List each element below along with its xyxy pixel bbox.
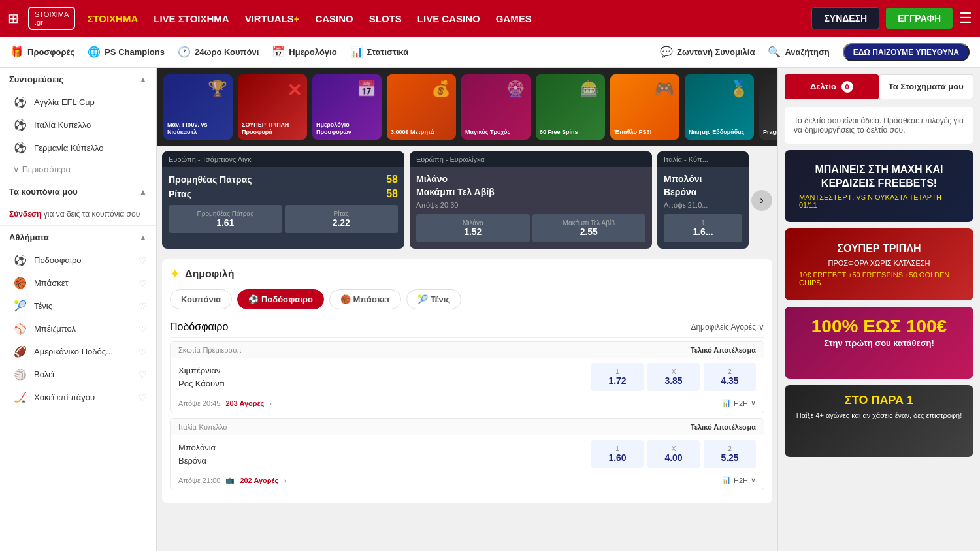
lm2-odd2[interactable]: Μακάμπι Τελ Αβίβ 2.55 — [532, 214, 646, 242]
banner-card-5[interactable]: 🎡 Μαγικός Τροχός — [461, 74, 531, 140]
lm3-league: Ιταλία - Κύπ... — [664, 155, 708, 163]
match1-odd2[interactable]: Χ 3.85 — [647, 363, 700, 391]
nav-ps-champions[interactable]: 🌐 PS Champions — [88, 46, 165, 58]
register-button[interactable]: ΕΓΓΡΑΦΗ — [886, 8, 953, 29]
my-coupons-title: Τα κουπόνια μου — [9, 187, 78, 197]
grid-icon[interactable]: ⊞ — [8, 10, 19, 26]
tab-basketball[interactable]: 🏀 Μπάσκετ — [329, 289, 401, 309]
lm3-odd1-val: 1.6... — [666, 227, 740, 237]
am-football-fav-icon[interactable]: ♡ — [139, 347, 147, 357]
tab-coupons[interactable]: Κουπόνια — [170, 289, 232, 309]
banner-card-2[interactable]: ✕ ΣΟΥΠΕΡ ΤΡΙΠΛΗ Προσφορά — [238, 74, 307, 140]
coupon-login-link[interactable]: Σύνδεση — [9, 210, 41, 219]
match2-odd2-label: Χ — [657, 445, 691, 452]
banner7-title: Έπαθλο PS5! — [614, 129, 676, 136]
shortcuts-more[interactable]: ∨ Περισσότερα — [0, 159, 156, 180]
sport-item-tennis[interactable]: 🎾 Τένις ♡ — [0, 294, 156, 317]
hamburger-icon[interactable]: ☰ — [959, 10, 972, 27]
nav-link-live-stoixima[interactable]: LIVE ΣΤΟΙΧΗΜΑ — [154, 13, 229, 24]
banner-card-4[interactable]: 💰 3.000€ Μετρητά — [387, 74, 456, 140]
tab-football[interactable]: ⚽ Ποδόσφαιρο — [237, 289, 324, 309]
promo-banner-2[interactable]: ΣΟΥΠΕΡ ΤΡΙΠΛΗ ΠΡΟΣΦΟΡΑ ΧΩΡΙΣ ΚΑΤΑΣΕΣΗ 10… — [785, 228, 973, 300]
match2-league: Ιταλία-Κυπελλο — [178, 423, 227, 431]
hockey-fav-icon[interactable]: ♡ — [139, 392, 147, 403]
promo-banner-1[interactable]: ΜΠΑΙΝΕΙΣ ΣΤΗ ΜΑΧΗ ΚΑΙ ΚΕΡΔΙΖΕΙΣ FREEBETS… — [785, 150, 973, 222]
sport-item-volleyball[interactable]: 🏐 Βόλεϊ ♡ — [0, 363, 156, 386]
nav-link-casino[interactable]: CASINO — [315, 13, 353, 24]
nav-offers[interactable]: 🎁 Προσφορές — [10, 46, 74, 58]
banner1-icon: 🏆 — [208, 80, 227, 98]
sport-basketball-label: Μπάσκετ — [34, 278, 69, 288]
banner-card-9[interactable]: 🃏 Pragmatic Buy Bonus — [759, 74, 777, 140]
banner-card-6[interactable]: 🎰 60 Free Spins — [536, 74, 605, 140]
tab-tennis[interactable]: 🎾 Τένις — [406, 289, 461, 309]
betslip-tab-active[interactable]: Δελτίο 0 — [785, 74, 879, 99]
shortcut-item-germany[interactable]: ⚽ Γερμανία Κύπελλο — [0, 136, 156, 159]
match2-odd3[interactable]: 2 5.25 — [704, 440, 756, 468]
login-button[interactable]: ΣΥΝΔΕΣΗ — [811, 7, 879, 29]
nav-calendar[interactable]: 📅 Ημερολόγιο — [272, 46, 336, 58]
nav-statistics[interactable]: 📊 Στατιστικά — [350, 46, 409, 58]
shortcuts-header[interactable]: Συντομεύσεις ▲ — [0, 68, 156, 91]
live-matches-next-button[interactable]: › — [751, 190, 772, 211]
match2-odd1[interactable]: 1 1.60 — [591, 440, 644, 468]
basketball-fav-icon[interactable]: ♡ — [139, 278, 147, 289]
sport-item-baseball[interactable]: ⚾ Μπέιζμπολ ♡ — [0, 317, 156, 340]
nav-link-live-casino[interactable]: LIVE CASINO — [417, 13, 480, 24]
match2-more-markets[interactable]: 202 Αγορές — [240, 477, 278, 484]
shortcut-italy-label: Ιταλία Κυπελλο — [34, 120, 91, 130]
live-chat-label: Ζωντανή Συνομιλία — [677, 47, 755, 57]
sports-header[interactable]: Αθλήματα ▲ — [0, 226, 156, 249]
football-fav-icon[interactable]: ♡ — [139, 255, 147, 266]
offers-icon: 🎁 — [10, 46, 24, 58]
banner-card-3[interactable]: 📅 Ημερολόγιο Προσφορών — [312, 74, 382, 140]
match1-more-markets[interactable]: 203 Αγορές — [225, 400, 264, 407]
match2-odd2-val: 4.00 — [657, 452, 691, 463]
match2-odd2[interactable]: Χ 4.00 — [647, 440, 700, 468]
statistics-icon: 📊 — [350, 46, 363, 58]
banner-card-8[interactable]: 🏅 Νικητής Εβδομάδας — [685, 74, 754, 140]
logo-line2: .gr — [35, 18, 69, 26]
match2-more-arrow: › — [284, 477, 286, 484]
tennis-fav-icon[interactable]: ♡ — [139, 301, 147, 311]
lm1-odd1[interactable]: Προμηθέας Πάτρας 1.61 — [169, 205, 282, 233]
nav-link-slots[interactable]: SLOTS — [369, 13, 402, 24]
my-coupons-header[interactable]: Τα κουπόνια μου ▲ — [0, 180, 156, 203]
lm2-body: Μιλάνο Μακάμπι Τελ Αβίβ Απόψε 20:30 Μιλά… — [410, 167, 652, 249]
nav-link-stoixima[interactable]: ΣΤΟΙΧΗΜΑ — [87, 13, 138, 24]
promo-banner-3[interactable]: 100% ΕΩΣ 100€ Στην πρώτη σου κατάθεση! — [785, 307, 973, 379]
lm2-odd1[interactable]: Μιλάνο 1.52 — [416, 214, 530, 242]
shortcut-item-italy[interactable]: ⚽ Ιταλία Κυπελλο — [0, 114, 156, 136]
match1-odd3[interactable]: 2 4.35 — [704, 363, 756, 391]
match1-odd1[interactable]: 1 1.72 — [591, 363, 644, 391]
sport-item-american-football[interactable]: 🏈 Αμερικάνικο Ποδός... ♡ — [0, 340, 156, 363]
popular-markets-button[interactable]: Δημοφιλείς Αγορές ∨ — [691, 323, 764, 332]
lm3-odd1[interactable]: 1 1.6... — [664, 214, 742, 242]
banner-card-1[interactable]: 🏆 Μαν. Γιουν. vs Νιούκαστλ — [163, 74, 233, 140]
match2-h2h-button[interactable]: 📊 H2H ∨ — [722, 476, 756, 484]
volleyball-fav-icon[interactable]: ♡ — [139, 370, 147, 380]
shortcut-item-england[interactable]: ⚽ Αγγλία EFL Cup — [0, 91, 156, 114]
betslip-tab-mybets[interactable]: Τα Στοιχήματά μου — [879, 74, 974, 99]
banner-card-7[interactable]: 🎮 Έπαθλο PS5! — [610, 74, 679, 140]
match1-more-arrow: › — [269, 400, 272, 407]
lm1-score2: 58 — [386, 188, 398, 200]
nav-link-games[interactable]: GAMES — [496, 13, 532, 24]
baseball-fav-icon[interactable]: ♡ — [139, 324, 147, 334]
nav-search[interactable]: 🔍 Αναζήτηση — [768, 46, 829, 58]
coupon24-label: 24ωρο Κουπόνι — [195, 47, 259, 57]
promo-banner-4[interactable]: ΣΤΟ ΠΑΡΑ 1 Παίξε 4+ αγώνες και αν χάσεις… — [785, 385, 973, 457]
nav-24coupon[interactable]: 🕐 24ωρο Κουπόνι — [178, 46, 259, 58]
sport-item-basketball[interactable]: 🏀 Μπάσκετ ♡ — [0, 272, 156, 294]
nav-live-chat[interactable]: 💬 Ζωντανή Συνομιλία — [660, 46, 755, 58]
sport-section-header: Ποδόσφαιρο Δημοφιλείς Αγορές ∨ — [170, 317, 764, 338]
betslip-tab-label: Δελτίο — [810, 82, 836, 91]
lm1-odd2[interactable]: Ρίτας 2.22 — [285, 205, 399, 233]
match1-h2h-button[interactable]: 📊 H2H ∨ — [722, 399, 756, 407]
responsible-gaming-button[interactable]: ΕΔΩ ΠΑΙΖΟΥΜΕ ΥΠΕΥΘΥΝΑ — [843, 43, 970, 61]
nav-link-virtuals[interactable]: VIRTUALS — [245, 13, 300, 24]
sport-item-hockey[interactable]: 🏒 Χόκεϊ επί πάγου ♡ — [0, 386, 156, 409]
sport-item-football[interactable]: ⚽ Ποδόσφαιρο ♡ — [0, 249, 156, 272]
lm1-team2-name: Ρίτας — [169, 189, 191, 199]
logo[interactable]: STOIXIMA .gr — [28, 7, 75, 30]
